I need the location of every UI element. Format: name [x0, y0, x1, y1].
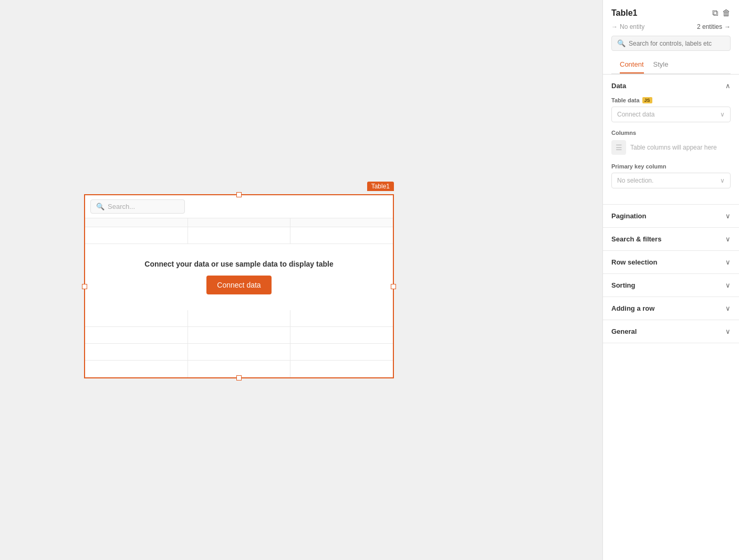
table-cell-5-3	[290, 361, 393, 377]
section-general-header[interactable]: General ∨	[603, 320, 739, 343]
section-general-title: General	[611, 327, 637, 335]
table-widget[interactable]: 🔍 Search... Connect your data or use sam…	[84, 194, 394, 378]
resize-handle-bottom[interactable]	[236, 375, 242, 381]
panel-body: Data ∧ Table data JS Connect data ∨ Colu…	[603, 75, 739, 560]
table-cell-3-1	[85, 327, 188, 343]
panel-search-input[interactable]	[629, 40, 725, 47]
table-cell-2-2	[188, 310, 291, 326]
primary-key-placeholder: No selection.	[617, 177, 653, 184]
section-general: General ∨	[603, 320, 739, 343]
section-sorting-title: Sorting	[611, 281, 636, 289]
columns-placeholder-text: Table columns will appear here	[630, 144, 717, 151]
section-search-filters-chevron: ∨	[725, 235, 731, 243]
table-cell-3-2	[188, 327, 291, 343]
table-header-cell-3	[290, 218, 393, 227]
panel-search-bar[interactable]: 🔍	[611, 36, 731, 51]
section-data-chevron: ∧	[725, 82, 731, 90]
no-entity: → No entity	[611, 23, 644, 30]
section-pagination-chevron: ∨	[725, 212, 731, 220]
table-row-3	[85, 327, 393, 344]
section-adding-row-header[interactable]: Adding a row ∨	[603, 297, 739, 320]
table-search-bar: 🔍 Search...	[85, 195, 393, 218]
section-row-selection-title: Row selection	[611, 258, 657, 266]
primary-key-select[interactable]: No selection. ∨	[611, 173, 731, 188]
delete-button[interactable]: 🗑	[722, 8, 731, 18]
table-header-cell-2	[188, 218, 291, 227]
table-data-label: Table data JS	[611, 97, 731, 103]
section-search-filters: Search & filters ∨	[603, 228, 739, 251]
table-search-icon: 🔍	[96, 203, 105, 210]
section-data-content: Table data JS Connect data ∨ Columns ☰ T…	[603, 97, 739, 163]
panel-title: Table1	[611, 8, 638, 18]
section-general-chevron: ∨	[725, 327, 731, 335]
section-sorting-header[interactable]: Sorting ∨	[603, 274, 739, 297]
table-search-placeholder: Search...	[108, 203, 135, 210]
resize-handle-top[interactable]	[236, 192, 242, 197]
section-pagination: Pagination ∨	[603, 205, 739, 228]
table-header-row	[85, 218, 393, 227]
section-row-selection-header[interactable]: Row selection ∨	[603, 251, 739, 273]
entities-link[interactable]: 2 entities →	[697, 23, 731, 30]
section-data: Data ∧ Table data JS Connect data ∨ Colu…	[603, 75, 739, 205]
columns-placeholder-icon: ☰	[611, 140, 626, 155]
table-data-chevron: ∨	[720, 111, 725, 118]
section-search-filters-title: Search & filters	[611, 235, 661, 243]
resize-handle-left[interactable]	[82, 284, 87, 289]
section-sorting-chevron: ∨	[725, 281, 731, 289]
table-search-input[interactable]: 🔍 Search...	[90, 199, 185, 214]
table-empty-state: Connect your data or use sample data to …	[85, 244, 393, 310]
no-entity-text: No entity	[620, 23, 644, 30]
section-data-header[interactable]: Data ∧	[603, 75, 739, 97]
section-pagination-header[interactable]: Pagination ∨	[603, 205, 739, 227]
section-row-selection: Row selection ∨	[603, 251, 739, 274]
columns-label: Columns	[611, 130, 731, 136]
tab-content[interactable]: Content	[620, 56, 644, 73]
copy-button[interactable]: ⧉	[712, 8, 718, 18]
panel-header: Table1 ⧉ 🗑 → No entity 2 entities → 🔍 Co…	[603, 0, 739, 75]
table-cell-4-2	[188, 344, 291, 360]
table-widget-label: Table1	[367, 182, 394, 191]
canvas-area: Table1 🔍 Search...	[0, 0, 602, 560]
table-header-cell-1	[85, 218, 188, 227]
primary-key-chevron: ∨	[720, 177, 725, 184]
table-row-2	[85, 310, 393, 327]
table-cell-1-1	[85, 227, 188, 244]
resize-handle-right[interactable]	[391, 284, 396, 289]
section-adding-row-chevron: ∨	[725, 304, 731, 312]
table-cell-1-3	[290, 227, 393, 244]
tab-style[interactable]: Style	[653, 56, 669, 73]
right-panel: Table1 ⧉ 🗑 → No entity 2 entities → 🔍 Co…	[602, 0, 739, 560]
table-data-placeholder: Connect data	[617, 111, 654, 118]
arrow-right-icon: →	[611, 23, 618, 30]
columns-placeholder: ☰ Table columns will appear here	[611, 140, 731, 155]
primary-key-section: Primary key column No selection. ∨	[603, 163, 739, 204]
table-cell-2-1	[85, 310, 188, 326]
table-cell-2-3	[290, 310, 393, 326]
table-empty-text: Connect your data or use sample data to …	[144, 260, 333, 268]
table-cell-1-2	[188, 227, 291, 244]
table-cell-4-3	[290, 344, 393, 360]
entities-count: 2 entities	[697, 23, 722, 30]
table-data-select[interactable]: Connect data ∨	[611, 107, 731, 122]
table-cell-3-3	[290, 327, 393, 343]
section-sorting: Sorting ∨	[603, 274, 739, 297]
section-row-selection-chevron: ∨	[725, 258, 731, 266]
section-adding-row-title: Adding a row	[611, 304, 654, 312]
table-row-1	[85, 227, 393, 244]
js-badge: JS	[642, 97, 652, 103]
panel-search-icon: 🔍	[617, 39, 626, 47]
table-connect-data-button[interactable]: Connect data	[206, 276, 271, 294]
section-data-title: Data	[611, 82, 626, 90]
section-adding-row: Adding a row ∨	[603, 297, 739, 320]
tabs-row: Content Style	[611, 56, 731, 74]
primary-key-label: Primary key column	[611, 163, 731, 170]
entity-row: → No entity 2 entities →	[611, 23, 731, 30]
table-widget-wrapper: Table1 🔍 Search...	[84, 194, 394, 378]
table-cell-4-1	[85, 344, 188, 360]
table-cell-5-1	[85, 361, 188, 377]
panel-title-icons: ⧉ 🗑	[712, 8, 731, 18]
panel-title-row: Table1 ⧉ 🗑	[611, 8, 731, 18]
entities-arrow-icon: →	[724, 23, 731, 30]
table-row-4	[85, 344, 393, 361]
section-search-filters-header[interactable]: Search & filters ∨	[603, 228, 739, 250]
